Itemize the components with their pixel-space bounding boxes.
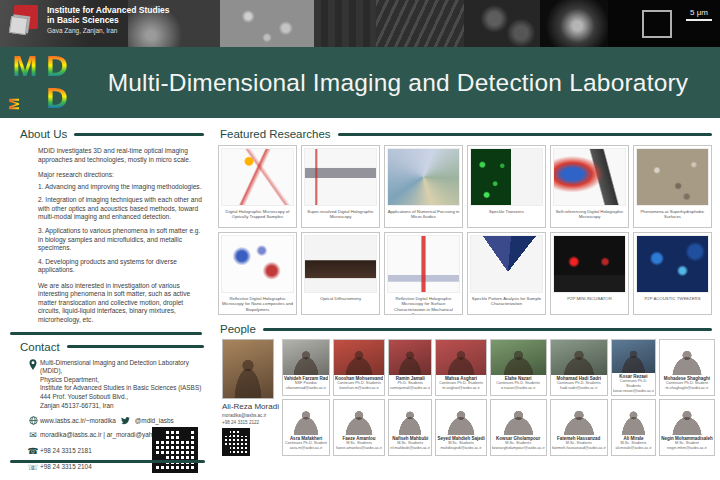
microscopy-image (376, 0, 464, 47)
people-section: Ali-Reza Moradi moradika@iasbs.ac.ir +98… (222, 339, 712, 456)
member-card[interactable]: Negin MohammadisalehM.Sc. Studentnegin.m… (659, 399, 715, 456)
member-email: m.shaghaghi@iasbs.ac.ir (661, 386, 713, 391)
lead-person-email[interactable]: moradika@iasbs.ac.ir (222, 413, 276, 418)
member-card[interactable]: Ramin JamaliPh.D. Studentsraminjamali@ia… (388, 339, 432, 396)
research-caption: P2P ACOUSTIC TWEEZERS (634, 295, 711, 314)
research-card[interactable]: P2P ACOUSTIC TWEEZERS (633, 232, 712, 315)
lead-person-phone: +98 24 3315 2122 (222, 420, 276, 425)
research-caption: Digital Holographic Microscopy of Optica… (219, 208, 296, 227)
research-card[interactable]: Reflective Digital Holographic Microscop… (384, 232, 463, 315)
lead-person-photo (222, 339, 274, 399)
poster: 5 μm Institute for Advanced Studies in B… (0, 0, 720, 480)
member-photo (334, 400, 384, 435)
member-photo (491, 400, 546, 435)
about-heading: About Us (20, 128, 67, 140)
research-card[interactable]: P2P MINI-INCUBATOR (550, 232, 629, 315)
research-caption: P2P MINI-INCUBATOR (551, 295, 628, 314)
contact-address-row: Multi-Dimensional Imaging and Detection … (26, 359, 204, 411)
heading-rule (74, 133, 204, 136)
research-grid: Digital Holographic Microscopy of Optica… (218, 145, 712, 315)
research-image (221, 235, 294, 293)
member-photo (436, 340, 485, 375)
research-card[interactable]: Speckle Pattern Analysis for Sample Char… (467, 232, 546, 315)
member-email: asra.m@iasbs.ac.ir (284, 446, 328, 451)
member-card[interactable]: Mohadese ShaghaghiContinues Ph.D. Studen… (659, 339, 715, 396)
iasbs-text: Institute for Advanced Studies in Basic … (47, 5, 169, 34)
research-caption: Optical Diffractometry (302, 295, 379, 314)
research-image (636, 148, 709, 206)
member-card[interactable]: Seyed Mahdieh SajediM.Sc. Studentsmahdis… (435, 399, 486, 456)
member-photo (491, 340, 546, 375)
about-direction-item: 4. Developing products and systems for d… (38, 258, 204, 275)
microscopy-image (220, 0, 314, 47)
mdid-logo-letter: M (10, 51, 40, 83)
phone-icon: ☎ (26, 447, 40, 457)
member-card[interactable]: Mohamad Hadi SadriContinues Ph.D. Studen… (550, 339, 608, 396)
member-card[interactable]: Kooshan MohsenvandContinues Ph.D. Studen… (333, 339, 385, 396)
research-image (387, 235, 460, 293)
research-card[interactable]: Speckle Tweezers (467, 145, 546, 228)
address-line: 444 Prof. Yousef Sobouti Blvd., (40, 393, 204, 402)
address-line: Physics Department, (40, 376, 204, 385)
heading-rule (263, 328, 712, 331)
research-card[interactable]: Digital Holographic Microscopy of Optica… (218, 145, 297, 228)
member-card[interactable]: Kosar RezaeiContinues Ph.D. Studentskosa… (611, 339, 656, 396)
member-card[interactable]: Mahsa AsghariContinues Ph.D. Studentsm.a… (435, 339, 486, 396)
website-link[interactable]: www.iasbs.ac.ir/~moradika (40, 417, 116, 426)
research-card[interactable]: Super-resolved Digital Holographic Micro… (301, 145, 380, 228)
about-section-header: About Us (20, 128, 204, 140)
contact-web-row: www.iasbs.ac.ir/~moradika @mdid_iasbs (26, 416, 204, 425)
member-card[interactable]: Fatemeh HassanzadM.Sc. Studentsfatemeh.h… (550, 399, 608, 456)
address-line: Institute for Advanced Studies in Basic … (40, 384, 204, 393)
phone-number: +98 24 3315 2181 (40, 447, 92, 456)
iasbs-branding: Institute for Advanced Studies in Basic … (10, 5, 169, 37)
twitter-handle[interactable]: @mdid_iasbs (135, 417, 174, 426)
mdid-logo-letter: M (6, 89, 36, 119)
page-title: Multi-Dimensional Imaging and Detection … (86, 47, 710, 118)
member-photo (283, 340, 329, 375)
member-card[interactable]: Faeze AmanlouM.Sc. Studentsfaeze.amanlou… (333, 399, 385, 456)
about-intro: MDID investigates 3D and real-time optic… (38, 147, 204, 164)
members-grid: Vahideh Farzam RadNSF Postdocvfarzamrad@… (282, 339, 715, 456)
member-card[interactable]: Elahe NazariContinues Ph.D. Studentse.na… (490, 339, 547, 396)
member-photo (612, 340, 655, 373)
research-card[interactable]: Optical Diffractometry (301, 232, 380, 315)
about-body: MDID investigates 3D and real-time optic… (38, 147, 204, 325)
research-caption: Reflective Digital Holographic Microscop… (385, 295, 462, 314)
member-card[interactable]: Kowsar GholampourM.Sc. Studentskowsargho… (490, 399, 547, 456)
lead-person-card[interactable]: Ali-Reza Moradi moradika@iasbs.ac.ir +98… (222, 339, 276, 456)
research-image (304, 148, 377, 206)
heading-rule (338, 133, 712, 136)
member-photo (389, 340, 431, 375)
twitter-icon (121, 416, 130, 425)
member-email: negin.mhm@iasbs.ac.ir (661, 446, 713, 451)
member-photo (334, 340, 384, 375)
research-card[interactable]: Phenomena at Superhydrophobic Surfaces (633, 145, 712, 228)
member-email: raminjamali@iasbs.ac.ir (390, 386, 430, 391)
member-photo (436, 400, 485, 435)
member-photo (660, 340, 714, 375)
envelope-icon: ✉ (26, 431, 40, 441)
research-image (304, 235, 377, 293)
member-card[interactable]: Ali MiraleM.Sc. Studentsali.mirale@iasbs… (611, 399, 656, 456)
member-card[interactable]: Nafiseh MahbubiM.Sc. Studentsnf.mahbubi@… (388, 399, 432, 456)
research-image (387, 148, 460, 206)
research-card[interactable]: Reflective Digital Holographic Microscop… (218, 232, 297, 315)
featured-section-header: Featured Researches (220, 128, 712, 140)
member-email: vfarzamrad@iasbs.ac.ir (284, 386, 328, 391)
microscopy-image: 5 μm (608, 0, 720, 47)
about-directions-label: Major research directions: (38, 171, 204, 180)
research-card[interactable]: Self-referencing Digital Holographic Mic… (550, 145, 629, 228)
section-divider (10, 460, 205, 463)
member-card[interactable]: Vahideh Farzam RadNSF Postdocvfarzamrad@… (282, 339, 330, 396)
fax-icon: ☏ (26, 463, 40, 473)
institute-name-line2: in Basic Sciences (47, 15, 169, 25)
research-card[interactable]: Applications of Numerical Focusing in Mi… (384, 145, 463, 228)
microscopy-image (314, 0, 376, 47)
featured-heading: Featured Researches (220, 128, 331, 140)
contact-section-header: Contact (20, 341, 204, 353)
member-card[interactable]: Asra MafakheriContinues Ph.D. Studentasr… (282, 399, 330, 456)
top-image-strip: 5 μm Institute for Advanced Studies in B… (0, 0, 720, 47)
fax-number: +98 24 3315 2104 (40, 463, 92, 472)
microscopy-image (464, 0, 540, 47)
